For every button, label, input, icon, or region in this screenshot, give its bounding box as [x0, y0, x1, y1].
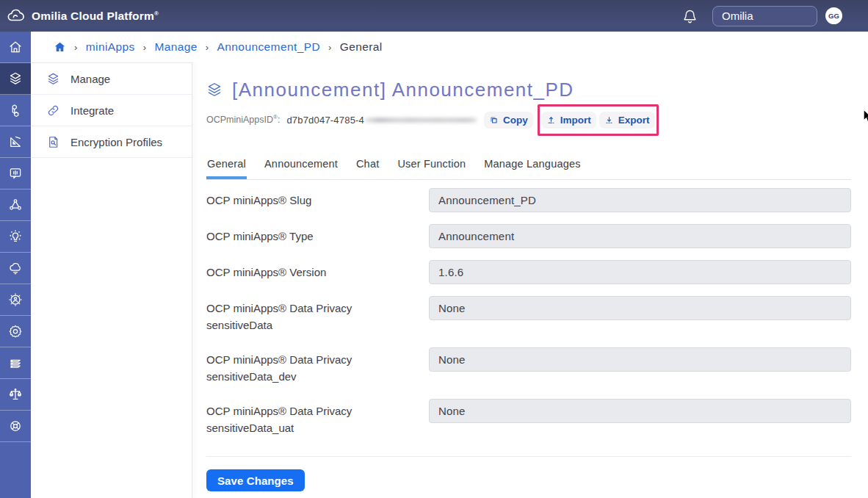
field-label: OCP miniApps® Type [206, 224, 429, 245]
rail-item-account-gear[interactable] [0, 284, 31, 316]
sidebar-item-label: Encryption Profiles [70, 136, 162, 148]
link-icon [46, 104, 60, 118]
brand-title: Omilia Cloud Platform® [32, 10, 159, 23]
general-form: OCP miniApps® SlugAnnouncement_PDOCP min… [206, 188, 851, 436]
home-icon [8, 40, 23, 54]
tenant-select[interactable]: Omilia [712, 6, 817, 26]
tab-general[interactable]: General [206, 151, 247, 179]
copy-icon [489, 115, 499, 125]
form-row: OCP miniApps® Data PrivacysensitiveData_… [206, 399, 851, 436]
submenu-sidebar: ManageIntegrateEncryption Profiles [31, 62, 192, 498]
form-row: OCP miniApps® Version1.6.6 [206, 260, 851, 284]
breadcrumb-current: General [340, 40, 383, 54]
rail-item-design-ruler[interactable] [0, 126, 31, 158]
sidebar-item-integrate[interactable]: Integrate [31, 95, 192, 126]
rail-item-network-nodes[interactable] [0, 190, 31, 221]
layers-stack-icon [8, 356, 23, 370]
field-label: OCP miniApps® Data PrivacysensitiveData_… [206, 399, 429, 436]
miniapp-layers-icon [206, 82, 223, 98]
breadcrumb-link-manage[interactable]: Manage [154, 40, 197, 54]
omilia-cloud-logo-icon [7, 8, 26, 24]
rail-item-blocks[interactable] [0, 95, 31, 126]
design-ruler-icon [8, 134, 23, 149]
seal-badge-icon [8, 324, 23, 339]
main-content: [Announcement] Announcement_PD OCPminiAp… [192, 62, 868, 498]
balance-scale-icon [8, 387, 23, 402]
id-redacted-blur [365, 115, 477, 125]
topbar: Omilia Cloud Platform® Omilia GG [0, 0, 868, 32]
form-row: OCP miniApps® Data PrivacysensitiveData_… [206, 347, 851, 385]
save-changes-button[interactable]: Save Changes [206, 469, 305, 491]
rail-item-seal-badge[interactable] [0, 316, 31, 347]
icon-rail [0, 32, 31, 498]
field-value-ocp-miniapps-data-privacy-sensitivedata-uat: None [429, 399, 851, 423]
rail-item-layers-stack[interactable] [0, 347, 31, 379]
miniapps-layers-icon [8, 71, 23, 86]
field-value-ocp-miniapps-version: 1.6.6 [429, 260, 851, 284]
sidebar-item-label: Manage [70, 73, 110, 85]
form-divider [206, 456, 851, 457]
field-value-ocp-miniapps-data-privacy-sensitivedata-dev: None [429, 347, 851, 372]
tab-announcement[interactable]: Announcement [264, 151, 339, 179]
rail-item-idea-bulb[interactable] [0, 221, 31, 253]
rail-item-balance-scale[interactable] [0, 379, 31, 411]
breadcrumb-separator: › [143, 42, 147, 53]
breadcrumb-separator: › [74, 42, 78, 53]
id-value: d7b7d047-4785-4 [286, 115, 364, 126]
tab-bar: GeneralAnnouncementChatUser FunctionMana… [206, 151, 851, 180]
breadcrumb-separator: › [206, 42, 209, 53]
breadcrumb-separator: › [328, 42, 332, 53]
idea-bulb-icon [8, 229, 23, 244]
export-download-icon [604, 115, 614, 125]
copy-button[interactable]: Copy [484, 112, 533, 129]
field-value-ocp-miniapps-type: Announcement [429, 224, 851, 248]
rail-item-cloud[interactable] [0, 253, 31, 284]
rail-item-home[interactable] [0, 32, 31, 63]
sidebar-item-manage[interactable]: Manage [31, 63, 192, 95]
tab-manage-languages[interactable]: Manage Languages [483, 151, 581, 179]
annotation-highlight-box: Import Export [538, 104, 659, 136]
export-button[interactable]: Export [599, 112, 655, 129]
notifications-bell-icon[interactable] [682, 8, 698, 24]
breadcrumb-link-announcement-pd[interactable]: Announcement_PD [217, 40, 320, 54]
document-search-icon [46, 135, 60, 149]
field-value-ocp-miniapps-data-privacy-sensitivedata: None [429, 296, 851, 320]
rail-item-miniapps-layers[interactable] [0, 63, 31, 95]
sidebar-item-label: Integrate [70, 104, 114, 117]
voice-chat-icon [8, 166, 23, 181]
id-label: OCPminiAppsID®: [206, 114, 280, 125]
field-label: OCP miniApps® Slug [206, 188, 429, 209]
support-ring-icon [8, 419, 23, 433]
field-value-ocp-miniapps-slug: Announcement_PD [429, 188, 851, 212]
sidebar-item-encryption-profiles[interactable]: Encryption Profiles [31, 126, 192, 158]
account-gear-icon [8, 292, 23, 307]
layers-icon [46, 72, 60, 86]
cloud-icon [8, 261, 23, 275]
blocks-icon [8, 103, 23, 118]
breadcrumb-link-miniapps[interactable]: miniApps [86, 40, 135, 54]
rail-item-voice-chat[interactable] [0, 158, 31, 190]
page-title: [Announcement] Announcement_PD [232, 79, 574, 101]
import-upload-icon [546, 115, 556, 125]
breadcrumb: ›miniApps›Manage›Announcement_PD›General [31, 32, 868, 62]
avatar[interactable]: GG [825, 7, 842, 24]
tab-user-function[interactable]: User Function [397, 151, 466, 179]
form-row: OCP miniApps® TypeAnnouncement [206, 224, 851, 248]
home-breadcrumb-icon[interactable] [54, 41, 66, 53]
form-row: OCP miniApps® SlugAnnouncement_PD [206, 188, 851, 212]
field-label: OCP miniApps® Data PrivacysensitiveData [206, 296, 429, 333]
import-button[interactable]: Import [541, 112, 596, 129]
form-row: OCP miniApps® Data PrivacysensitiveDataN… [206, 296, 851, 333]
tab-chat[interactable]: Chat [355, 151, 380, 179]
rail-item-support-ring[interactable] [0, 411, 31, 442]
tenant-name: Omilia [722, 10, 753, 22]
network-nodes-icon [8, 198, 23, 212]
field-label: OCP miniApps® Version [206, 260, 429, 281]
field-label: OCP miniApps® Data PrivacysensitiveData_… [206, 347, 429, 385]
